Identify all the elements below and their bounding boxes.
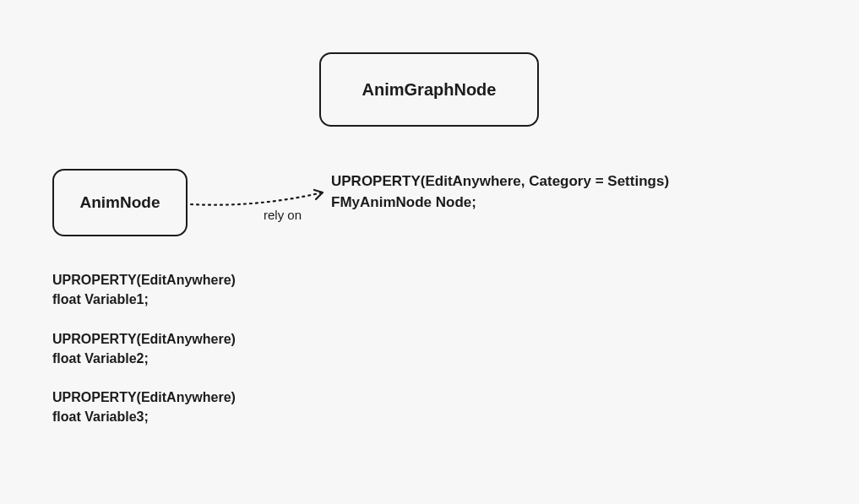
anim-node-properties: UPROPERTY(EditAnywhere) float Variable1;… <box>52 270 236 427</box>
anim-graph-node-properties: UPROPERTY(EditAnywhere, Category = Setti… <box>331 171 669 213</box>
rely-on-label: rely on <box>264 208 302 222</box>
anim-graph-node-title: AnimGraphNode <box>362 80 497 100</box>
rely-on-arrow <box>189 181 331 219</box>
anim-node-box: AnimNode <box>52 169 188 236</box>
anim-node-title: AnimNode <box>80 193 160 212</box>
anim-graph-node-box: AnimGraphNode <box>319 52 539 127</box>
diagram-canvas: AnimGraphNode AnimNode rely on UPROPERTY… <box>0 0 859 504</box>
